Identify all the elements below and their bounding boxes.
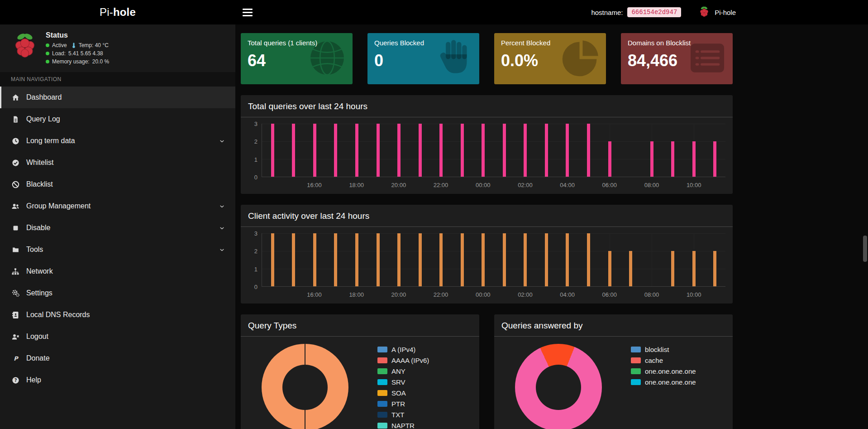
panel-title: Total queries over last 24 hours [248, 101, 725, 111]
chart-bar[interactable] [629, 251, 632, 286]
queries-answered-donut[interactable] [515, 344, 602, 429]
legend-item[interactable]: ANY [377, 367, 429, 375]
chart-bar[interactable] [292, 233, 295, 286]
legend-label: ANY [391, 367, 405, 375]
legend-item[interactable]: NAPTR [377, 422, 429, 429]
sidebar-item-long-term-data[interactable]: Long term data [0, 130, 235, 152]
legend-item[interactable]: SOA [377, 389, 429, 397]
chart-bar[interactable] [439, 124, 443, 177]
legend-swatch [631, 347, 641, 352]
chart-bar[interactable] [334, 233, 337, 286]
chart-bar[interactable] [313, 124, 316, 177]
sidebar-item-logout[interactable]: Logout [0, 326, 235, 347]
chart-bar[interactable] [397, 124, 401, 177]
chart-bar[interactable] [524, 233, 527, 286]
sitemap-icon [11, 267, 20, 276]
client-activity-chart[interactable]: 0123 16:0018:0020:0022:0000:0002:0004:00… [248, 233, 725, 299]
legend-item[interactable]: one.one.one.one [631, 367, 696, 375]
chart-bar[interactable] [355, 124, 358, 177]
total-queries-card[interactable]: Total queries (1 clients) 64 [241, 33, 353, 84]
sidebar-item-label: Disable [26, 224, 50, 232]
chart-bar[interactable] [671, 141, 674, 177]
queries-blocked-card[interactable]: Queries Blocked 0 [367, 33, 479, 84]
card-value: 84,466 [628, 51, 726, 70]
status-memory-line: Memory usage: 20.0 % [46, 58, 109, 65]
percent-blocked-card[interactable]: Percent Blocked 0.0% [494, 33, 606, 84]
chart-bar[interactable] [461, 233, 464, 286]
status-active-label: Active [52, 42, 67, 48]
chart-bar[interactable] [292, 124, 295, 177]
chart-bar[interactable] [419, 233, 422, 286]
chart-bar[interactable] [377, 233, 380, 286]
status-dot [46, 43, 49, 47]
chart-bar[interactable] [377, 124, 380, 177]
status-dot [46, 60, 49, 63]
chart-bar[interactable] [461, 124, 464, 177]
sidebar-item-label: Blacklist [26, 180, 53, 188]
legend-item[interactable]: TXT [377, 411, 429, 419]
panel-title: Query Types [248, 321, 472, 331]
chart-bar[interactable] [608, 251, 611, 286]
sidebar-item-blacklist[interactable]: Blacklist [0, 174, 235, 195]
chart-bar[interactable] [313, 233, 316, 286]
chart-bar[interactable] [482, 233, 485, 286]
legend-item[interactable]: PTR [377, 400, 429, 408]
address-book-icon [11, 311, 20, 319]
query-types-donut[interactable] [262, 344, 348, 429]
chart-bar[interactable] [439, 233, 443, 286]
brand-logo[interactable]: Pi-hole [0, 0, 235, 24]
chart-bar[interactable] [692, 141, 696, 177]
sidebar-item-query-log[interactable]: Query Log [0, 108, 235, 130]
hamburger-menu-icon[interactable] [243, 9, 253, 16]
legend-item[interactable]: SRV [377, 378, 429, 386]
chart-bar[interactable] [503, 233, 506, 286]
chart-bar[interactable] [608, 141, 611, 177]
chart-bar[interactable] [650, 141, 653, 177]
sidebar-item-label: Tools [26, 246, 43, 254]
chart-bar[interactable] [713, 141, 716, 177]
chart-bar[interactable] [671, 251, 674, 286]
legend-label: blocklist [645, 346, 669, 353]
sidebar-item-whitelist[interactable]: Whitelist [0, 152, 235, 174]
sidebar-item-label: Donate [26, 354, 50, 362]
chart-bar[interactable] [271, 124, 274, 177]
domains-on-blocklist-card[interactable]: Domains on Blocklist 84,466 [621, 33, 733, 84]
chart-bar[interactable] [692, 251, 696, 286]
chart-bar[interactable] [545, 233, 548, 286]
sidebar-item-group-management[interactable]: Group Management [0, 195, 235, 217]
chart-bar[interactable] [713, 251, 716, 286]
chart-bar[interactable] [503, 124, 506, 177]
sidebar-item-tools[interactable]: Tools [0, 239, 235, 260]
sidebar-item-help[interactable]: ? Help [0, 369, 235, 391]
chart-bar[interactable] [482, 124, 485, 177]
total-queries-chart[interactable]: 0123 16:0018:0020:0022:0000:0002:0004:00… [248, 124, 725, 189]
hostname-badge: 666154e2d947 [627, 7, 681, 17]
sidebar-item-local-dns-records[interactable]: Local DNS Records [0, 304, 235, 326]
panel-header: Queries answered by [494, 314, 733, 337]
chart-bar[interactable] [587, 124, 590, 177]
chart-bar[interactable] [419, 124, 422, 177]
legend-item[interactable]: blocklist [631, 346, 696, 353]
scrollbar-thumb[interactable] [863, 236, 867, 262]
chart-bar[interactable] [334, 124, 337, 177]
sidebar-item-network[interactable]: Network [0, 260, 235, 282]
chart-bar[interactable] [545, 124, 548, 177]
chart-bar[interactable] [397, 233, 401, 286]
legend-item[interactable]: one.one.one.one [631, 378, 696, 386]
chart-bar[interactable] [524, 124, 527, 177]
legend-item[interactable]: cache [631, 357, 696, 364]
chart-bar[interactable] [566, 124, 569, 177]
chart-bar[interactable] [355, 233, 358, 286]
legend-item[interactable]: A (IPv4) [377, 346, 429, 353]
chart-bar[interactable] [271, 233, 274, 286]
sidebar-item-disable[interactable]: Disable [0, 217, 235, 239]
legend-item[interactable]: AAAA (IPv6) [377, 357, 429, 364]
chart-bar[interactable] [587, 233, 590, 286]
sidebar-item-dashboard[interactable]: Dashboard [0, 87, 235, 108]
legend-swatch [377, 401, 387, 407]
chart-bar[interactable] [566, 233, 569, 286]
legend-swatch [377, 390, 387, 396]
sidebar-item-settings[interactable]: Settings [0, 282, 235, 304]
status-temp: Temp: 40 °C [79, 42, 109, 48]
sidebar-item-donate[interactable]: P Donate [0, 347, 235, 369]
